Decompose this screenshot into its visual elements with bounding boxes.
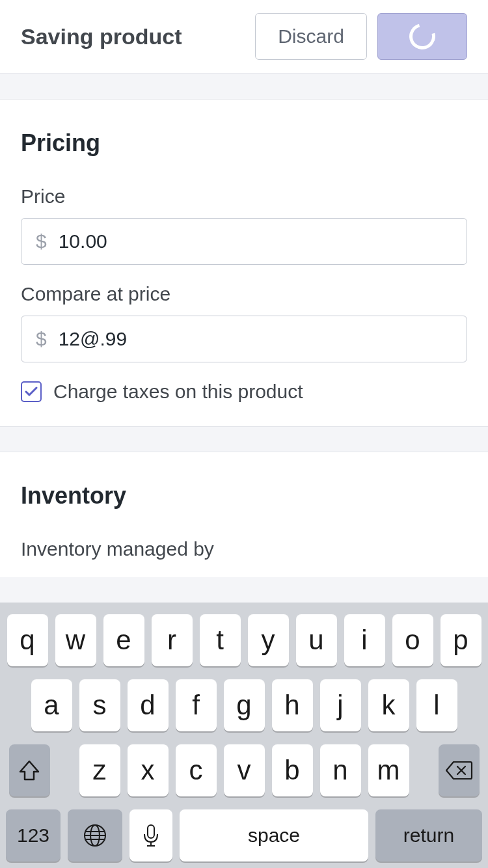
key-b[interactable]: b: [272, 744, 313, 796]
key-z[interactable]: z: [79, 744, 120, 796]
key-u[interactable]: u: [296, 614, 337, 666]
compare-price-label: Compare at price: [21, 283, 467, 305]
price-field: Price $: [21, 185, 467, 265]
key-p[interactable]: p: [441, 614, 481, 666]
key-e[interactable]: e: [103, 614, 144, 666]
pricing-section: Pricing Price $ Compare at price $ Charg…: [0, 100, 488, 426]
charge-taxes-row[interactable]: Charge taxes on this product: [21, 381, 467, 403]
key-i[interactable]: i: [344, 614, 385, 666]
dictation-key[interactable]: [129, 809, 172, 861]
shift-key[interactable]: [9, 744, 50, 796]
charge-taxes-checkbox[interactable]: [21, 381, 42, 402]
key-f[interactable]: f: [176, 679, 217, 731]
key-s[interactable]: s: [79, 679, 120, 731]
key-t[interactable]: t: [200, 614, 241, 666]
key-c[interactable]: c: [176, 744, 217, 796]
section-divider: [0, 74, 488, 100]
globe-key[interactable]: [68, 809, 122, 861]
currency-prefix: $: [36, 328, 47, 350]
svg-rect-2: [148, 825, 154, 838]
key-a[interactable]: a: [31, 679, 72, 731]
price-input-wrap[interactable]: $: [21, 218, 467, 265]
globe-icon: [82, 822, 108, 848]
inventory-heading: Inventory: [21, 482, 467, 509]
compare-price-input[interactable]: [59, 328, 452, 350]
key-k[interactable]: k: [368, 679, 409, 731]
ios-keyboard: q w e r t y u i o p a s d f g h j k l z …: [0, 603, 488, 868]
pricing-heading: Pricing: [21, 129, 467, 157]
check-icon: [25, 386, 38, 398]
keyboard-row-3: z x c v b n m: [0, 744, 488, 796]
key-m[interactable]: m: [368, 744, 409, 796]
key-r[interactable]: r: [152, 614, 193, 666]
key-v[interactable]: v: [224, 744, 265, 796]
backspace-icon: [444, 759, 473, 781]
loading-spinner-icon: [405, 19, 441, 55]
key-l[interactable]: l: [416, 679, 457, 731]
keyboard-row-2: a s d f g h j k l: [0, 679, 488, 731]
currency-prefix: $: [36, 230, 47, 252]
key-g[interactable]: g: [224, 679, 265, 731]
keyboard-row-4: 123 space return: [0, 809, 488, 861]
key-h[interactable]: h: [272, 679, 313, 731]
compare-price-field: Compare at price $: [21, 283, 467, 362]
shift-icon: [16, 757, 42, 783]
discard-button[interactable]: Discard: [255, 13, 367, 60]
inventory-managed-by-label: Inventory managed by: [21, 538, 467, 560]
compare-price-input-wrap[interactable]: $: [21, 316, 467, 362]
key-x[interactable]: x: [128, 744, 169, 796]
key-y[interactable]: y: [248, 614, 289, 666]
backspace-key[interactable]: [439, 744, 480, 796]
microphone-icon: [138, 822, 164, 848]
key-q[interactable]: q: [7, 614, 48, 666]
key-d[interactable]: d: [128, 679, 169, 731]
key-n[interactable]: n: [320, 744, 361, 796]
inventory-section: Inventory Inventory managed by: [0, 452, 488, 577]
key-w[interactable]: w: [55, 614, 96, 666]
charge-taxes-label: Charge taxes on this product: [53, 381, 303, 403]
key-o[interactable]: o: [392, 614, 433, 666]
price-label: Price: [21, 185, 467, 208]
section-divider: [0, 426, 488, 452]
header-bar: Saving product Discard: [0, 0, 488, 74]
numbers-key[interactable]: 123: [6, 809, 61, 861]
page-title: Saving product: [21, 24, 245, 49]
key-j[interactable]: j: [320, 679, 361, 731]
price-input[interactable]: [59, 230, 452, 252]
space-key[interactable]: space: [180, 809, 368, 861]
return-key[interactable]: return: [375, 809, 482, 861]
keyboard-row-1: q w e r t y u i o p: [0, 614, 488, 666]
save-button[interactable]: [377, 13, 467, 60]
